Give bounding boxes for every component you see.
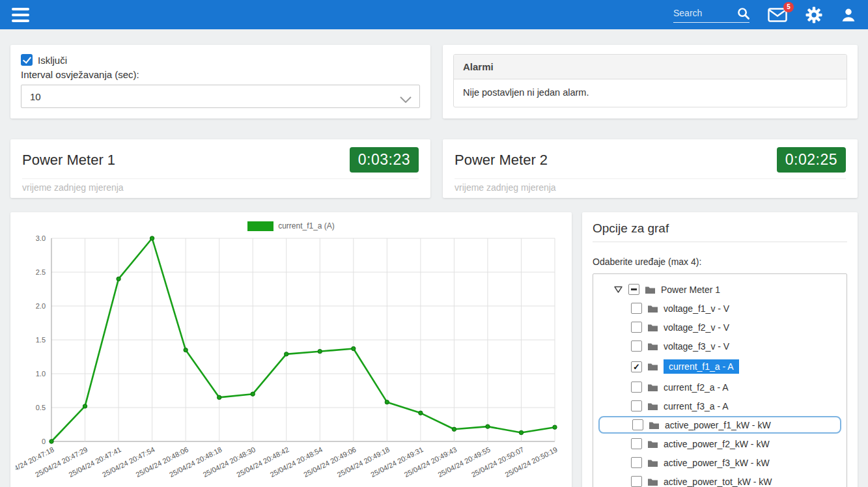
tree-item-voltage-f3[interactable]: voltage_f3_v - V	[597, 337, 843, 355]
search-input[interactable]	[673, 8, 731, 18]
svg-text:0.5: 0.5	[36, 404, 46, 411]
messages-icon[interactable]: 5	[768, 7, 787, 23]
tree-node-label: Power Meter 1	[661, 285, 720, 295]
item-checkbox[interactable]	[631, 382, 642, 393]
tree-item-label: current_f3_a - A	[664, 401, 729, 411]
top-navbar: 5	[0, 0, 868, 29]
search-group	[673, 7, 749, 23]
tree-item-active-power-tot[interactable]: active_power_tot_kW - kW	[597, 472, 843, 487]
folder-icon	[648, 305, 658, 313]
tree-item-label: current_f2_a - A	[664, 382, 729, 393]
parent-checkbox[interactable]	[628, 284, 639, 295]
tree-item-current-f1[interactable]: current_f1_a - A	[597, 355, 843, 378]
power-meter-1-card: Power Meter 1 0:03:23 vrijeme zadnjeg mj…	[10, 139, 430, 198]
folder-icon	[648, 459, 658, 467]
settings-gear-icon[interactable]	[805, 7, 822, 23]
svg-text:2.0: 2.0	[36, 302, 46, 310]
chevron-down-icon	[400, 94, 412, 105]
item-checkbox[interactable]	[632, 419, 643, 430]
legend-label: current_f1_a (A)	[278, 221, 335, 230]
iskljuci-label: Isključi	[38, 55, 67, 66]
iskljuci-checkbox[interactable]	[21, 54, 33, 66]
tree-item-current-f3[interactable]: current_f3_a - A	[597, 397, 843, 415]
folder-icon	[648, 342, 658, 350]
folder-icon	[648, 478, 658, 486]
user-profile-icon[interactable]	[841, 7, 856, 23]
item-checkbox[interactable]	[631, 476, 642, 487]
folder-icon	[648, 363, 658, 370]
tree-item-active-power-f1[interactable]: active_power_f1_kW - kW	[598, 416, 841, 434]
device-select-label: Odaberite uređaje (max 4):	[593, 257, 847, 267]
item-checkbox[interactable]	[631, 400, 642, 411]
collapse-triangle-icon[interactable]	[614, 286, 623, 293]
item-checkbox[interactable]	[631, 361, 642, 372]
item-checkbox[interactable]	[631, 457, 642, 468]
item-checkbox[interactable]	[631, 303, 642, 314]
menu-toggle-icon[interactable]	[12, 8, 29, 22]
tree-item-label: voltage_f2_v - V	[664, 322, 729, 333]
svg-text:2.5: 2.5	[36, 268, 46, 276]
tree-item-label: current_f1_a - A	[664, 359, 739, 374]
interval-select[interactable]: 10	[21, 85, 420, 108]
tree-item-current-f2[interactable]: current_f2_a - A	[597, 378, 843, 397]
tree-item-label: active_power_f2_kW - kW	[664, 439, 770, 449]
search-icon[interactable]	[737, 7, 749, 20]
svg-text:3.0: 3.0	[36, 234, 46, 242]
item-checkbox[interactable]	[631, 322, 642, 333]
folder-icon	[649, 421, 659, 429]
chart-legend: current_f1_a (A)	[16, 219, 567, 233]
meter-2-subtitle: vrijeme zadnjeg mjerenja	[455, 178, 846, 193]
legend-swatch	[247, 221, 273, 231]
folder-icon	[648, 440, 658, 448]
svg-text:1.0: 1.0	[36, 370, 46, 378]
tree-node-power-meter-1[interactable]: Power Meter 1	[597, 280, 843, 299]
alarms-card: Alarmi Nije postavljen ni jedan alarm.	[443, 45, 858, 118]
tree-item-voltage-f2[interactable]: voltage_f2_v - V	[597, 318, 843, 337]
interval-label: Interval osvježavanja (sec):	[21, 69, 420, 80]
tree-item-label: active_power_tot_kW - kW	[664, 477, 772, 487]
folder-icon	[648, 324, 658, 331]
svg-text:1.5: 1.5	[36, 336, 46, 344]
alarms-empty-message: Nije postavljen ni jedan alarm.	[454, 79, 847, 107]
svg-text:0: 0	[42, 438, 46, 445]
graph-options-title: Opcije za graf	[593, 221, 847, 242]
chart-card: current_f1_a (A) 3.02.52.01.51.00.5025/0…	[10, 212, 572, 487]
messages-count-badge: 5	[783, 2, 794, 12]
tree-item-label: active_power_f1_kW - kW	[665, 420, 771, 430]
alarms-title: Alarmi	[454, 55, 847, 79]
tree-item-label: voltage_f3_v - V	[664, 341, 729, 352]
folder-icon	[645, 286, 655, 294]
interval-value: 10	[30, 91, 41, 102]
refresh-settings-card: Isključi Interval osvježavanja (sec): 10	[10, 45, 430, 118]
item-checkbox[interactable]	[631, 341, 642, 352]
device-tree: Power Meter 1 voltage_f1_v - V voltage_f…	[593, 273, 847, 487]
item-checkbox[interactable]	[631, 438, 642, 449]
meter-1-subtitle: vrijeme zadnjeg mjerenja	[22, 178, 419, 193]
graph-options-card: Opcije za graf Odaberite uređaje (max 4)…	[582, 212, 858, 487]
line-chart: 3.02.52.01.51.00.5025/04/24 20:47:1825/0…	[16, 233, 564, 487]
folder-icon	[648, 402, 658, 410]
tree-item-active-power-f3[interactable]: active_power_f3_kW - kW	[597, 453, 843, 472]
tree-item-voltage-f1[interactable]: voltage_f1_v - V	[597, 299, 843, 318]
meter-1-name: Power Meter 1	[22, 152, 115, 169]
folder-icon	[648, 383, 658, 391]
tree-item-label: voltage_f1_v - V	[664, 303, 729, 314]
meter-1-timer-badge: 0:03:23	[350, 147, 419, 173]
power-meter-2-card: Power Meter 2 0:02:25 vrijeme zadnjeg mj…	[443, 139, 858, 198]
tree-item-active-power-f2[interactable]: active_power_f2_kW - kW	[597, 434, 843, 453]
meter-2-name: Power Meter 2	[455, 152, 548, 169]
tree-item-label: active_power_f3_kW - kW	[664, 458, 770, 468]
meter-2-timer-badge: 0:02:25	[777, 147, 846, 173]
